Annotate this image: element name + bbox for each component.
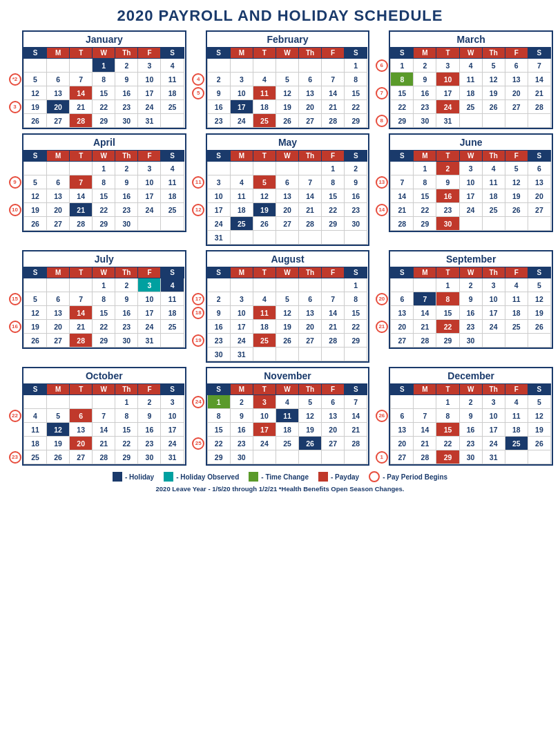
- day-cell-24: 24: [482, 320, 505, 334]
- day-cell-31: 31: [138, 114, 161, 128]
- day-cell-4: 4: [230, 175, 253, 189]
- day-cell-1: 1: [345, 278, 367, 292]
- col-header-s: S: [345, 48, 367, 59]
- table-row: 24252627282930: [207, 217, 368, 231]
- day-cell-27: 27: [276, 217, 298, 231]
- col-header-t: T: [70, 151, 93, 162]
- day-cell-3: 3: [138, 162, 161, 175]
- table-row: 678910111220: [391, 292, 552, 306]
- day-cell-4: 4: [482, 162, 505, 175]
- day-cell-15: 15: [115, 423, 138, 437]
- day-cell-26: 26: [299, 437, 322, 450]
- day-cell-31: 31: [436, 114, 459, 128]
- empty-cell: [322, 348, 345, 361]
- table-row: 16171819202122: [207, 100, 368, 114]
- day-cell-16: 16: [207, 320, 230, 334]
- pay-period-10: 10: [9, 204, 21, 216]
- table-row: 12131415161718: [24, 306, 185, 320]
- day-cell-6: 6: [70, 409, 93, 423]
- day-cell-14: 14: [93, 423, 115, 437]
- col-header-th: Th: [115, 151, 138, 162]
- pay-period-13: 13: [376, 176, 388, 189]
- col-header-t: T: [70, 384, 93, 395]
- day-cell-18: 18: [161, 306, 184, 320]
- legend: - Holiday - Holiday Observed - Time Chan…: [7, 471, 553, 482]
- day-cell-23: 23: [207, 114, 230, 128]
- col-header-s: S: [207, 48, 230, 59]
- empty-cell: [253, 231, 276, 245]
- empty-cell: [322, 231, 345, 245]
- day-cell-3: 3: [138, 59, 161, 73]
- day-cell-1: 1: [414, 162, 436, 175]
- table-row: 27282930: [391, 334, 552, 348]
- day-cell-3: 3: [230, 292, 253, 306]
- day-cell-19: 19: [24, 203, 47, 217]
- day-cell-20: 20: [299, 320, 322, 334]
- col-header-m: M: [47, 267, 70, 278]
- table-row: 262728293031: [24, 334, 185, 348]
- day-cell-20: 20: [505, 86, 528, 100]
- empty-cell: [24, 395, 47, 409]
- day-cell-27: 27: [47, 217, 70, 231]
- col-header-t: T: [436, 151, 459, 162]
- day-cell-23: 23: [115, 203, 138, 217]
- day-cell-8: 8: [207, 409, 230, 423]
- day-cell-10: 10: [230, 86, 253, 100]
- day-cell-3: 3: [482, 278, 505, 292]
- col-header-m: M: [230, 151, 253, 162]
- calendar-february: FebruarySMTWThFS123456784910111213141551…: [206, 30, 370, 129]
- day-cell-6: 6: [47, 175, 70, 189]
- day-cell-18: 18: [230, 203, 253, 217]
- empty-cell: [528, 450, 550, 464]
- day-cell-12: 12: [253, 189, 276, 203]
- day-cell-11: 11: [505, 292, 528, 306]
- day-cell-13: 13: [299, 86, 322, 100]
- day-cell-6: 6: [47, 73, 70, 86]
- pay-period-22: 22: [9, 410, 21, 422]
- table-row: 31: [207, 231, 368, 245]
- day-cell-14: 14: [414, 423, 436, 437]
- day-cell-11: 11: [276, 409, 298, 423]
- empty-cell: [505, 334, 528, 348]
- day-cell-21: 21: [70, 203, 93, 217]
- day-cell-20: 20: [276, 203, 298, 217]
- table-row: 1920212223242516: [24, 320, 185, 334]
- day-cell-21: 21: [93, 437, 115, 450]
- day-cell-19: 19: [528, 306, 550, 320]
- day-cell-1: 1: [207, 395, 230, 409]
- col-header-t: T: [253, 267, 276, 278]
- calendar-november: NovemberSMTWThFS123456724891011121314151…: [206, 367, 370, 466]
- day-cell-6: 6: [47, 292, 70, 306]
- col-header-th: Th: [115, 48, 138, 59]
- day-cell-4: 4: [161, 278, 184, 292]
- day-cell-29: 29: [93, 334, 115, 348]
- day-cell-18: 18: [505, 423, 528, 437]
- col-header-s: S: [528, 384, 550, 395]
- table-row: 5678910119: [24, 175, 185, 189]
- day-cell-29: 29: [93, 217, 115, 231]
- day-cell-28: 28: [414, 450, 436, 464]
- day-cell-6: 6: [391, 292, 414, 306]
- day-cell-20: 20: [70, 437, 93, 450]
- day-cell-26: 26: [24, 114, 47, 128]
- day-cell-1: 1: [93, 162, 115, 175]
- empty-cell: [24, 162, 47, 175]
- day-cell-16: 16: [459, 423, 482, 437]
- day-cell-18: 18: [161, 86, 184, 100]
- day-cell-22: 22: [93, 100, 115, 114]
- day-cell-13: 13: [322, 409, 345, 423]
- legend-pay-period: - Pay Period Begins: [369, 471, 447, 482]
- col-header-f: F: [505, 151, 528, 162]
- day-cell-19: 19: [24, 320, 47, 334]
- table-row: 12: [207, 162, 368, 175]
- cal-header-march: March: [390, 32, 552, 47]
- table-row: 23242526272829: [207, 114, 368, 128]
- day-cell-9: 9: [459, 292, 482, 306]
- day-cell-12: 12: [482, 73, 505, 86]
- empty-cell: [299, 162, 322, 175]
- cal-wrapper-april: AprilSMTWThFS123456789101191213141516171…: [7, 133, 186, 246]
- cal-header-september: September: [390, 251, 552, 267]
- day-cell-22: 22: [207, 437, 230, 450]
- day-cell-26: 26: [276, 334, 298, 348]
- col-header-th: Th: [115, 384, 138, 395]
